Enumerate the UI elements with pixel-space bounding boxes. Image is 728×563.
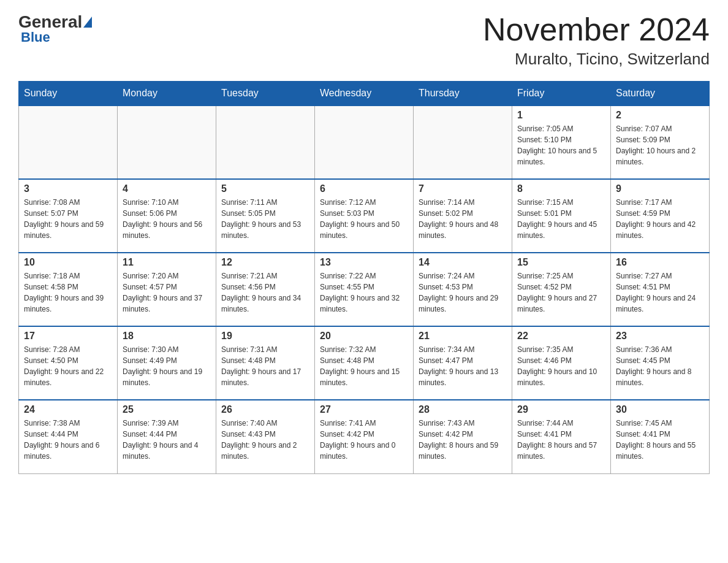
day-info: Sunrise: 7:44 AMSunset: 4:41 PMDaylight:… — [517, 418, 605, 462]
day-number: 12 — [221, 257, 309, 268]
day-number: 2 — [616, 110, 704, 121]
calendar-cell: 27Sunrise: 7:41 AMSunset: 4:42 PMDayligh… — [315, 400, 414, 473]
day-header-monday: Monday — [118, 82, 216, 106]
day-number: 30 — [616, 404, 704, 415]
calendar-cell: 23Sunrise: 7:36 AMSunset: 4:45 PMDayligh… — [611, 326, 710, 400]
day-number: 24 — [24, 404, 112, 415]
day-number: 10 — [24, 257, 112, 268]
day-header-wednesday: Wednesday — [315, 82, 414, 106]
day-info: Sunrise: 7:41 AMSunset: 4:42 PMDaylight:… — [320, 418, 408, 462]
calendar-cell — [118, 105, 216, 179]
day-number: 26 — [221, 404, 309, 415]
calendar-cell: 17Sunrise: 7:28 AMSunset: 4:50 PMDayligh… — [19, 326, 118, 400]
calendar-cell: 18Sunrise: 7:30 AMSunset: 4:49 PMDayligh… — [118, 326, 216, 400]
day-number: 20 — [320, 331, 408, 342]
day-number: 19 — [221, 331, 309, 342]
day-info: Sunrise: 7:12 AMSunset: 5:03 PMDaylight:… — [320, 197, 408, 241]
day-info: Sunrise: 7:24 AMSunset: 4:53 PMDaylight:… — [419, 270, 507, 315]
day-info: Sunrise: 7:28 AMSunset: 4:50 PMDaylight:… — [24, 344, 112, 388]
calendar-cell: 24Sunrise: 7:38 AMSunset: 4:44 PMDayligh… — [19, 400, 118, 473]
calendar-cell: 4Sunrise: 7:10 AMSunset: 5:06 PMDaylight… — [118, 179, 216, 253]
day-info: Sunrise: 7:15 AMSunset: 5:01 PMDaylight:… — [517, 197, 605, 241]
calendar-cell: 28Sunrise: 7:43 AMSunset: 4:42 PMDayligh… — [414, 400, 512, 473]
day-info: Sunrise: 7:21 AMSunset: 4:56 PMDaylight:… — [221, 270, 309, 315]
calendar-cell: 13Sunrise: 7:22 AMSunset: 4:55 PMDayligh… — [315, 253, 414, 326]
calendar-cell: 9Sunrise: 7:17 AMSunset: 4:59 PMDaylight… — [611, 179, 710, 253]
day-info: Sunrise: 7:27 AMSunset: 4:51 PMDaylight:… — [616, 270, 704, 315]
day-info: Sunrise: 7:07 AMSunset: 5:09 PMDaylight:… — [616, 123, 704, 167]
day-info: Sunrise: 7:40 AMSunset: 4:43 PMDaylight:… — [221, 418, 309, 462]
calendar-cell: 3Sunrise: 7:08 AMSunset: 5:07 PMDaylight… — [19, 179, 118, 253]
logo: General Blue — [18, 12, 92, 45]
calendar-cell — [216, 105, 315, 179]
day-number: 3 — [24, 183, 112, 194]
calendar-cell: 30Sunrise: 7:45 AMSunset: 4:41 PMDayligh… — [611, 400, 710, 473]
day-info: Sunrise: 7:08 AMSunset: 5:07 PMDaylight:… — [24, 197, 112, 241]
calendar-cell: 8Sunrise: 7:15 AMSunset: 5:01 PMDaylight… — [512, 179, 611, 253]
calendar-cell: 11Sunrise: 7:20 AMSunset: 4:57 PMDayligh… — [118, 253, 216, 326]
week-row-4: 17Sunrise: 7:28 AMSunset: 4:50 PMDayligh… — [19, 326, 710, 400]
calendar-table: SundayMondayTuesdayWednesdayThursdayFrid… — [18, 81, 710, 474]
day-number: 6 — [320, 183, 408, 194]
calendar-cell — [414, 105, 512, 179]
calendar-cell: 22Sunrise: 7:35 AMSunset: 4:46 PMDayligh… — [512, 326, 611, 400]
day-number: 13 — [320, 257, 408, 268]
day-info: Sunrise: 7:14 AMSunset: 5:02 PMDaylight:… — [419, 197, 507, 241]
page-header: General Blue November 2024 Muralto, Tici… — [18, 12, 710, 69]
day-number: 25 — [123, 404, 211, 415]
day-number: 9 — [616, 183, 704, 194]
week-row-1: 1Sunrise: 7:05 AMSunset: 5:10 PMDaylight… — [19, 105, 710, 179]
calendar-cell: 25Sunrise: 7:39 AMSunset: 4:44 PMDayligh… — [118, 400, 216, 473]
day-info: Sunrise: 7:43 AMSunset: 4:42 PMDaylight:… — [419, 418, 507, 462]
day-header-tuesday: Tuesday — [216, 82, 315, 106]
calendar-cell: 2Sunrise: 7:07 AMSunset: 5:09 PMDaylight… — [611, 105, 710, 179]
day-info: Sunrise: 7:36 AMSunset: 4:45 PMDaylight:… — [616, 344, 704, 388]
day-info: Sunrise: 7:20 AMSunset: 4:57 PMDaylight:… — [123, 270, 211, 315]
day-info: Sunrise: 7:39 AMSunset: 4:44 PMDaylight:… — [123, 418, 211, 462]
day-number: 14 — [419, 257, 507, 268]
day-info: Sunrise: 7:30 AMSunset: 4:49 PMDaylight:… — [123, 344, 211, 388]
day-info: Sunrise: 7:34 AMSunset: 4:47 PMDaylight:… — [419, 344, 507, 388]
week-row-2: 3Sunrise: 7:08 AMSunset: 5:07 PMDaylight… — [19, 179, 710, 253]
day-number: 16 — [616, 257, 704, 268]
day-info: Sunrise: 7:32 AMSunset: 4:48 PMDaylight:… — [320, 344, 408, 388]
day-info: Sunrise: 7:25 AMSunset: 4:52 PMDaylight:… — [517, 270, 605, 315]
calendar-cell: 21Sunrise: 7:34 AMSunset: 4:47 PMDayligh… — [414, 326, 512, 400]
week-row-3: 10Sunrise: 7:18 AMSunset: 4:58 PMDayligh… — [19, 253, 710, 326]
day-info: Sunrise: 7:22 AMSunset: 4:55 PMDaylight:… — [320, 270, 408, 315]
day-header-thursday: Thursday — [414, 82, 512, 106]
calendar-cell: 12Sunrise: 7:21 AMSunset: 4:56 PMDayligh… — [216, 253, 315, 326]
day-number: 11 — [123, 257, 211, 268]
day-number: 1 — [517, 110, 605, 121]
day-number: 15 — [517, 257, 605, 268]
location-subtitle: Muralto, Ticino, Switzerland — [483, 50, 710, 69]
day-info: Sunrise: 7:38 AMSunset: 4:44 PMDaylight:… — [24, 418, 112, 462]
day-header-friday: Friday — [512, 82, 611, 106]
week-row-5: 24Sunrise: 7:38 AMSunset: 4:44 PMDayligh… — [19, 400, 710, 473]
calendar-cell: 29Sunrise: 7:44 AMSunset: 4:41 PMDayligh… — [512, 400, 611, 473]
calendar-cell: 10Sunrise: 7:18 AMSunset: 4:58 PMDayligh… — [19, 253, 118, 326]
calendar-cell — [315, 105, 414, 179]
day-number: 27 — [320, 404, 408, 415]
day-info: Sunrise: 7:05 AMSunset: 5:10 PMDaylight:… — [517, 123, 605, 167]
calendar-cell: 26Sunrise: 7:40 AMSunset: 4:43 PMDayligh… — [216, 400, 315, 473]
day-number: 28 — [419, 404, 507, 415]
logo-triangle-icon — [83, 17, 92, 28]
day-number: 22 — [517, 331, 605, 342]
day-number: 8 — [517, 183, 605, 194]
day-number: 29 — [517, 404, 605, 415]
calendar-cell: 14Sunrise: 7:24 AMSunset: 4:53 PMDayligh… — [414, 253, 512, 326]
day-header-sunday: Sunday — [19, 82, 118, 106]
day-info: Sunrise: 7:35 AMSunset: 4:46 PMDaylight:… — [517, 344, 605, 388]
calendar-cell: 6Sunrise: 7:12 AMSunset: 5:03 PMDaylight… — [315, 179, 414, 253]
calendar-header-row: SundayMondayTuesdayWednesdayThursdayFrid… — [19, 82, 710, 106]
day-number: 7 — [419, 183, 507, 194]
calendar-cell: 20Sunrise: 7:32 AMSunset: 4:48 PMDayligh… — [315, 326, 414, 400]
calendar-cell: 19Sunrise: 7:31 AMSunset: 4:48 PMDayligh… — [216, 326, 315, 400]
calendar-cell — [19, 105, 118, 179]
day-number: 21 — [419, 331, 507, 342]
day-number: 18 — [123, 331, 211, 342]
calendar-cell: 16Sunrise: 7:27 AMSunset: 4:51 PMDayligh… — [611, 253, 710, 326]
day-info: Sunrise: 7:11 AMSunset: 5:05 PMDaylight:… — [221, 197, 309, 241]
day-info: Sunrise: 7:17 AMSunset: 4:59 PMDaylight:… — [616, 197, 704, 241]
